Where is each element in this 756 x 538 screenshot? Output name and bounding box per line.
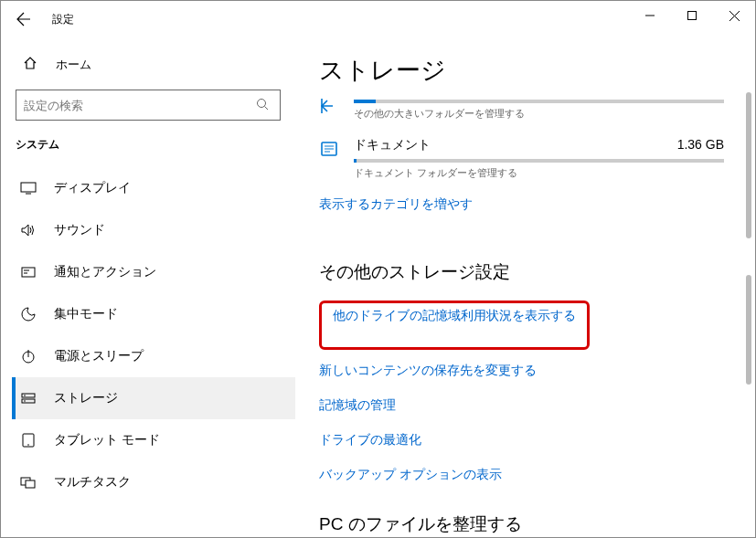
search-input[interactable] <box>24 99 256 112</box>
notify-icon <box>19 264 37 280</box>
storage-item[interactable]: ドキュメント1.36 GBドキュメント フォルダーを管理する <box>319 137 724 180</box>
close-button[interactable] <box>713 1 755 30</box>
organize-section-title: PC のファイルを整理する <box>319 512 724 536</box>
close-icon <box>729 11 740 21</box>
svg-rect-13 <box>22 394 35 397</box>
usage-bar <box>354 159 724 163</box>
group-label: システム <box>12 137 295 167</box>
sidebar-item-label: 通知とアクション <box>54 264 156 280</box>
scrollbar[interactable] <box>744 92 753 385</box>
storage-settings-link[interactable]: ドライブの最適化 <box>319 432 724 448</box>
sidebar-item-label: マルチタスク <box>54 474 131 491</box>
maximize-icon <box>687 11 697 20</box>
sidebar-item-label: 集中モード <box>54 306 118 322</box>
search-box[interactable] <box>16 90 281 121</box>
nav-list: ディスプレイサウンド通知とアクション集中モード電源とスリープストレージタブレット… <box>12 167 295 503</box>
highlighted-link-box: 他のドライブの記憶域利用状況を表示する <box>319 301 590 350</box>
svg-point-15 <box>24 395 26 396</box>
svg-rect-6 <box>21 183 36 192</box>
storage-settings-link[interactable]: バックアップ オプションの表示 <box>319 467 724 483</box>
svg-line-5 <box>265 106 269 110</box>
svg-rect-8 <box>22 268 35 277</box>
storage-icon <box>19 390 37 406</box>
sidebar-item-label: ストレージ <box>54 390 118 406</box>
window-controls <box>629 1 755 30</box>
sidebar-item-label: ディスプレイ <box>54 180 131 196</box>
usage-bar <box>354 100 724 103</box>
focus-icon <box>19 306 37 322</box>
minimize-button[interactable] <box>629 1 671 30</box>
sidebar-item-tablet[interactable]: タブレット モード <box>12 419 295 461</box>
sidebar-item-multitask[interactable]: マルチタスク <box>12 461 295 503</box>
overflow-icon <box>319 96 345 119</box>
multitask-icon <box>19 474 37 491</box>
sidebar: ホーム システム ディスプレイサウンド通知とアクション集中モード電源とスリープス… <box>1 37 295 537</box>
home-label: ホーム <box>56 57 91 73</box>
display-icon <box>19 180 37 196</box>
svg-rect-1 <box>688 12 697 20</box>
page-title: ストレージ <box>319 54 724 87</box>
power-icon <box>19 348 37 364</box>
storage-settings-link[interactable]: 新しいコンテンツの保存先を変更する <box>319 363 724 379</box>
sidebar-item-sound[interactable]: サウンド <box>12 209 295 251</box>
scroll-thumb[interactable] <box>746 92 751 238</box>
main-content: ストレージ その他の大きいフォルダーを管理するドキュメント1.36 GBドキュメ… <box>295 37 755 537</box>
search-icon <box>256 98 272 113</box>
titlebar: 設定 <box>1 1 755 37</box>
sidebar-item-display[interactable]: ディスプレイ <box>12 167 295 209</box>
tablet-icon <box>19 432 37 448</box>
sidebar-item-power[interactable]: 電源とスリープ <box>12 335 295 377</box>
back-button[interactable] <box>10 5 37 33</box>
sidebar-item-label: サウンド <box>54 222 105 238</box>
storage-sub: ドキュメント フォルダーを管理する <box>354 166 724 180</box>
svg-point-18 <box>27 444 29 446</box>
storage-settings-link[interactable]: 他のドライブの記憶域利用状況を表示する <box>333 308 576 324</box>
svg-point-4 <box>258 99 266 107</box>
sidebar-item-label: 電源とスリープ <box>54 348 144 364</box>
window-title: 設定 <box>52 12 74 27</box>
storage-name: ドキュメント <box>354 137 677 153</box>
document-icon <box>319 139 345 162</box>
storage-settings-link[interactable]: 記憶域の管理 <box>319 397 724 414</box>
other-storage-section-title: その他のストレージ設定 <box>319 260 724 284</box>
home-button[interactable]: ホーム <box>12 48 295 80</box>
svg-rect-14 <box>22 399 35 403</box>
minimize-icon <box>645 11 655 20</box>
sidebar-item-label: タブレット モード <box>54 432 160 448</box>
home-icon <box>23 56 41 73</box>
sidebar-item-notify[interactable]: 通知とアクション <box>12 251 295 293</box>
maximize-button[interactable] <box>671 1 713 30</box>
show-more-categories-link[interactable]: 表示するカテゴリを増やす <box>319 196 473 213</box>
sound-icon <box>19 222 37 238</box>
svg-point-16 <box>24 400 26 402</box>
sidebar-item-storage[interactable]: ストレージ <box>12 377 295 419</box>
storage-item[interactable]: その他の大きいフォルダーを管理する <box>319 94 724 121</box>
svg-rect-20 <box>26 480 35 488</box>
storage-sub: その他の大きいフォルダーを管理する <box>354 107 724 121</box>
sidebar-item-focus[interactable]: 集中モード <box>12 293 295 335</box>
arrow-left-icon <box>16 12 31 26</box>
storage-size: 1.36 GB <box>677 137 724 152</box>
scroll-thumb[interactable] <box>746 275 751 385</box>
